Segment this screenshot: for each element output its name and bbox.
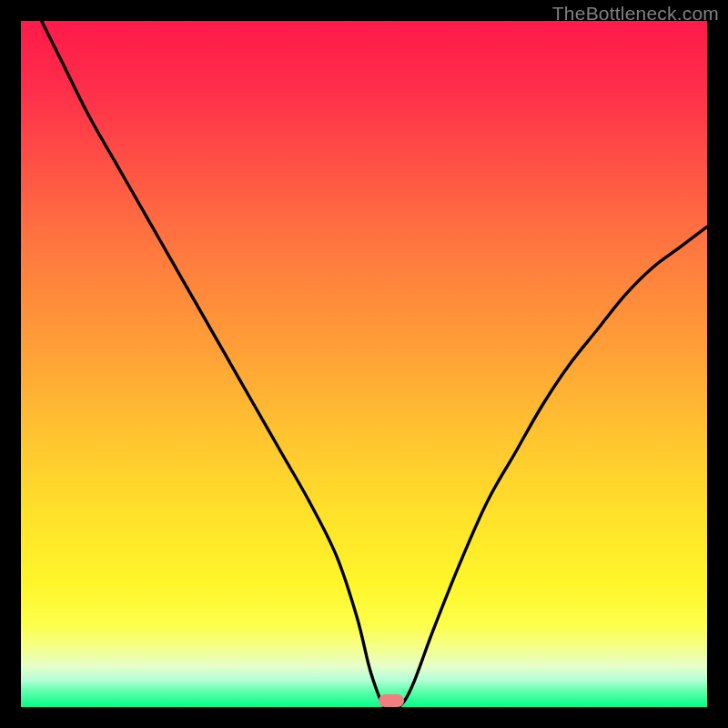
chart-stage: TheBottleneck.com [0,0,728,728]
background-gradient [21,21,707,707]
optimal-point-marker [379,694,404,707]
plot-area [21,21,707,707]
watermark-text: TheBottleneck.com [552,3,719,25]
